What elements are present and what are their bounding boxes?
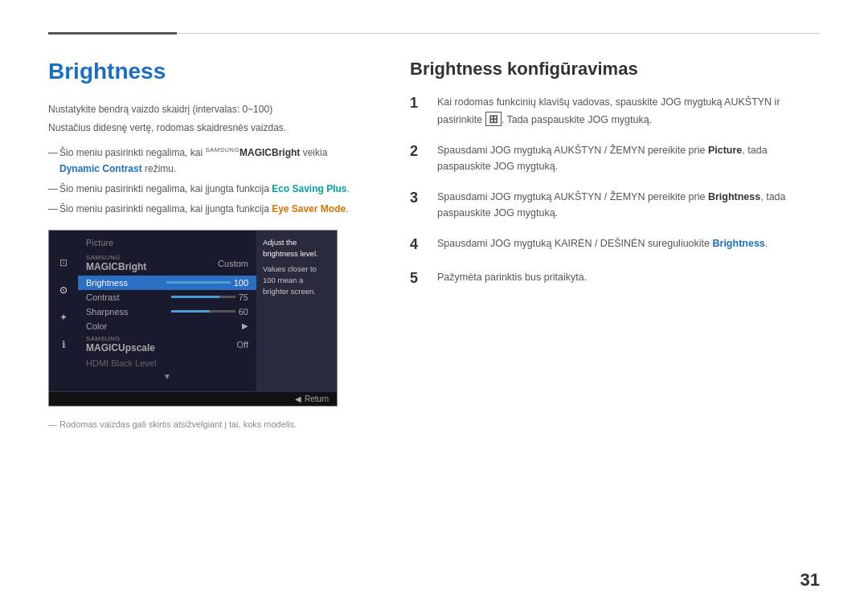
monitor-icon-display: ⊡ [55,255,72,271]
return-arrow: ◀ [295,394,301,403]
monitor-sidebar: ⊡ ⊙ ✦ ℹ [49,231,78,391]
brightness-value: 100 [234,278,248,288]
sharpness-fill [171,310,210,313]
upscale-samsung-small: SAMSUNG [86,336,155,342]
sharpness-label: Sharpness [86,307,129,317]
contrast-fill [171,296,219,298]
contrast-slider-bar: 75 [171,292,248,302]
menu-item-contrast: Contrast 75 [78,290,256,304]
menu-item-magic: SAMSUNG MAGICBright Custom [78,252,256,275]
contrast-track [171,296,235,298]
magic-value: Custom [218,259,248,268]
step-3-number: 3 [410,189,426,207]
note1-after: režimu. [142,163,177,174]
page-container: Brightness Nustatykite bendrą vaizdo ska… [0,0,868,613]
step-1: 1 Kai rodomas funkcinių klavišų vadovas,… [410,94,820,128]
sharpness-track [171,310,235,313]
samsung-small-label: SAMSUNG [86,255,146,261]
brightness-track [166,281,231,284]
step-4-text: Spausdami JOG mygtuką KAIRĖN / DEŠINĖN s… [437,235,820,251]
monitor-menu: Picture SAMSUNG MAGICBright Custom Brigh… [78,231,256,391]
upscale-brand: MAGICUpscale [86,342,155,353]
desc-body: Values closer to 100 mean a brighter scr… [263,264,330,298]
intro-text-2: Nustačius didesnę vertę, rodomas skaidre… [48,121,362,136]
footer-note: Rodomas vaizdas gali skirtis atsižvelgia… [48,419,362,429]
step-4-number: 4 [410,235,426,254]
note3-highlight: Eye Saver Mode [272,203,346,215]
left-title: Brightness [48,59,362,84]
contrast-value: 75 [239,292,248,302]
step-2-text: Spausdami JOG mygtuką AUKŠTYN / ŽEMYN pe… [437,142,820,174]
top-decoration [48,32,820,35]
menu-item-hdmi: HDMI Black Level [78,356,256,370]
steps-list: 1 Kai rodomas funkcinių klavišų vadovas,… [410,94,820,288]
upscale-label-wrap: SAMSUNG MAGICUpscale [86,336,155,353]
top-line-light [177,33,820,34]
page-number: 31 [800,570,820,591]
contrast-label: Contrast [86,292,120,302]
magic-label: SAMSUNG MAGICBright [86,255,146,272]
note2-after: . [347,183,350,194]
brightness-label: Brightness [86,278,128,288]
note2-highlight: Eco Saving Plus [272,183,346,194]
hdmi-label: HDMI Black Level [86,358,156,368]
magic-brand-label: MAGICBright [86,261,146,272]
monitor-desc: Adjust the brightness level. Values clos… [256,231,337,391]
note-item-2: Šio meniu pasirinkti negalima, kai įjung… [48,182,362,197]
return-label: Return [305,394,329,403]
step-3-text: Spausdami JOG mygtuką AUKŠTYN / ŽEMYN pe… [437,189,820,221]
step-3: 3 Spausdami JOG mygtuką AUKŠTYN / ŽEMYN … [410,189,820,221]
step-2-number: 2 [410,142,426,161]
menu-item-brightness: Brightness 100 [78,276,256,290]
brightness-slider-bar: 100 [166,278,248,288]
note2-before: Šio meniu pasirinkti negalima, kai įjung… [59,183,272,194]
step-5-text: Pažymėta parinktis bus pritaikyta. [437,269,820,285]
step-2: 2 Spausdami JOG mygtuką AUKŠTYN / ŽEMYN … [410,142,820,174]
right-column: Brightness konfigūravimas 1 Kai rodomas … [410,59,820,589]
note1-before: Šio meniu pasirinkti negalima, kai [59,147,205,158]
intro-text-1: Nustatykite bendrą vaizdo skaidrį (inter… [48,102,362,117]
monitor-mockup: ⊡ ⊙ ✦ ℹ Picture SAMSUNG MAGICBright [48,230,338,407]
desc-title: Adjust the brightness level. [263,237,330,260]
step-1-number: 1 [410,94,426,112]
step-1-text: Kai rodomas funkcinių klavišų vadovas, s… [437,94,820,128]
left-column: Brightness Nustatykite bendrą vaizdo ska… [48,59,362,589]
monitor-icon-info: ℹ [55,337,72,353]
monitor-inner: ⊡ ⊙ ✦ ℹ Picture SAMSUNG MAGICBright [49,231,337,391]
note-list: Šio meniu pasirinkti negalima, kai SAMSU… [48,145,362,217]
step-5: 5 Pažymėta parinktis bus pritaikyta. [410,269,820,288]
step-5-number: 5 [410,269,426,288]
scroll-down-indicator: ▼ [78,370,256,382]
monitor-icon-gear: ✦ [55,309,72,325]
color-label: Color [86,321,107,331]
note3-before: Šio meniu pasirinkti negalima, kai įjung… [59,203,272,215]
upscale-value: Off [237,340,248,349]
top-line-dark [48,32,177,35]
brightness-fill [166,281,231,284]
sharpness-slider-bar: 60 [171,307,248,317]
note1-middle: veikia [300,147,327,158]
menu-header: Picture [78,237,256,252]
color-arrow: ▶ [242,321,248,330]
note-item-3: Šio meniu pasirinkti negalima, kai įjung… [48,202,362,217]
monitor-icon-settings: ⊙ [55,282,72,298]
menu-item-sharpness: Sharpness 60 [78,304,256,319]
note3-after: . [346,203,348,215]
step-4: 4 Spausdami JOG mygtuką KAIRĖN / DEŠINĖN… [410,235,820,254]
return-control: ◀ Return [295,394,329,403]
content-columns: Brightness Nustatykite bendrą vaizdo ska… [48,59,820,589]
monitor-bottom: ◀ Return [49,391,337,406]
note-item-1: Šio meniu pasirinkti negalima, kai SAMSU… [48,145,362,176]
menu-item-upscale: SAMSUNG MAGICUpscale Off [78,333,256,356]
note1-brand: MAGICBright [240,147,300,158]
right-title: Brightness konfigūravimas [410,59,820,80]
note1-highlight: Dynamic Contrast [59,163,142,174]
sharpness-value: 60 [239,307,248,317]
menu-item-color: Color ▶ [78,319,256,333]
